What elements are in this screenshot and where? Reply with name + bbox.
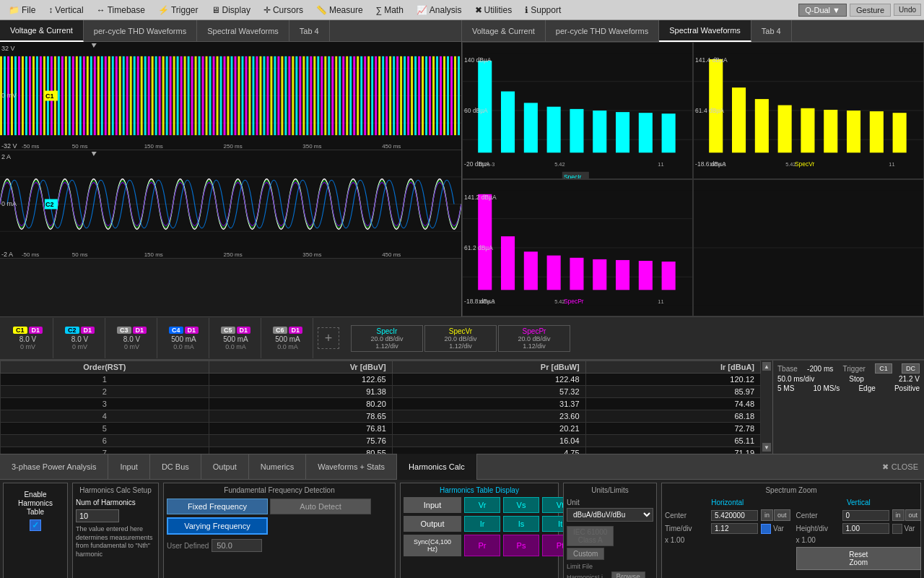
zoom-h-in-button[interactable]: in <box>761 509 773 521</box>
svg-rect-75 <box>256 56 258 135</box>
center-v-input[interactable] <box>842 510 889 521</box>
svg-rect-36 <box>116 56 118 135</box>
is-display-button[interactable]: Is <box>503 516 539 532</box>
user-defined-freq-input[interactable] <box>212 539 262 552</box>
svg-rect-71 <box>241 56 243 135</box>
timediv-var-checkbox[interactable] <box>761 524 771 534</box>
tab-dcbus[interactable]: DC Bus <box>150 454 201 480</box>
zoom-v-out-button[interactable]: out <box>905 509 922 521</box>
scroll-up-button[interactable]: ▲ <box>762 362 771 371</box>
channel-c4[interactable]: C4 D1 500 mA 0.0 mA <box>159 318 209 358</box>
zoom-v-in-button[interactable]: in <box>892 509 905 521</box>
channel-c3[interactable]: C3 D1 8.0 V 0 mV <box>107 318 157 358</box>
auto-detect-button[interactable]: Auto Detect <box>270 499 371 514</box>
timediv-input[interactable] <box>711 523 758 534</box>
ir-display-button[interactable]: Ir <box>464 516 500 532</box>
svg-rect-72 <box>245 56 247 135</box>
qdual-button[interactable]: Q-Dual ▼ <box>798 4 847 17</box>
spec-block-ir[interactable]: SpecIr 20.0 dB/div 1.12/div <box>351 325 423 352</box>
fixed-frequency-button[interactable]: Fixed Frequency <box>167 499 268 514</box>
tab-voltage-current-right[interactable]: Voltage & Current <box>462 20 546 42</box>
menu-analysis[interactable]: 📈 Analysis <box>411 1 468 19</box>
svg-rect-118 <box>411 56 413 135</box>
vs-display-button[interactable]: Vs <box>503 497 539 513</box>
svg-rect-34 <box>108 56 110 135</box>
svg-rect-78 <box>266 56 269 135</box>
svg-rect-41 <box>134 56 136 135</box>
num-harmonics-input[interactable] <box>76 509 119 522</box>
tab-input[interactable]: Input <box>108 454 149 480</box>
undo-button[interactable]: Undo <box>894 4 921 16</box>
svg-rect-24 <box>72 56 74 135</box>
channel-c2[interactable]: C2 D1 8.0 V 0 mV <box>55 318 105 358</box>
harmonics-table-area: Order(RST) Vr [dBuV] Pr [dBuW] Ir [dBuA]… <box>0 360 924 454</box>
tab-percycle-right[interactable]: per-cycle THD Waveforms <box>546 20 659 42</box>
table-row: 291.3857.3285.97 <box>1 386 761 398</box>
browse-button[interactable]: Browse <box>611 571 645 578</box>
add-channel-button[interactable]: + <box>318 327 339 349</box>
menu-trigger[interactable]: ⚡ Trigger <box>152 1 204 19</box>
scroll-down-button[interactable]: ▼ <box>762 443 771 452</box>
tab-spectral-right[interactable]: Spectral Waveforms <box>659 20 751 42</box>
tab-numerics[interactable]: Numerics <box>249 454 306 480</box>
enable-harmonics-checkbox[interactable]: ✓ <box>30 519 41 531</box>
channel-c1[interactable]: C1 D1 8.0 V 0 mV <box>3 318 53 358</box>
svg-rect-25 <box>76 56 78 135</box>
menu-display[interactable]: 🖥 Display <box>206 1 256 19</box>
menu-support[interactable]: ℹ Support <box>519 1 567 19</box>
tab-tab4-right[interactable]: Tab 4 <box>751 20 792 42</box>
table-row: 780.554.7571.19 <box>1 447 761 454</box>
svg-text:141.2 dBµA: 141.2 dBµA <box>464 194 497 201</box>
heightdiv-input[interactable] <box>842 523 889 534</box>
svg-text:32 V: 32 V <box>1 45 14 52</box>
menu-measure[interactable]: 📏 Measure <box>310 1 369 19</box>
waveform-top-panel: 32 V 0 mV -32 V C1 -50 ms 50 ms 150 ms 2… <box>0 42 461 150</box>
unit-dropdown[interactable]: dBuA/dBuV/dBu <box>567 508 653 522</box>
menu-cursors[interactable]: ✛ Cursors <box>258 1 309 19</box>
custom-button[interactable]: Custom <box>567 548 604 560</box>
sync-display-button[interactable]: Sync(C4,100 Hz) <box>404 535 461 556</box>
ch1-trigger-btn[interactable]: C1 <box>875 363 892 374</box>
menu-math[interactable]: ∑ Math <box>370 1 409 19</box>
spec-block-vr[interactable]: SpecVr 20.0 dB/div 1.12/div <box>424 325 497 352</box>
tab-3phase[interactable]: 3-phase Power Analysis <box>0 454 108 480</box>
vr-display-button[interactable]: Vr <box>464 497 500 513</box>
dc-trigger-btn[interactable]: DC <box>902 363 920 374</box>
svg-rect-40 <box>130 56 132 135</box>
svg-rect-207 <box>524 251 538 290</box>
svg-rect-101 <box>349 56 352 135</box>
spec-block-pr[interactable]: SpecPr 20.0 dB/div 1.12/div <box>498 325 570 352</box>
svg-rect-186 <box>732 87 746 152</box>
zoom-h-out-button[interactable]: out <box>774 509 790 521</box>
svg-rect-172 <box>662 113 676 152</box>
menu-file[interactable]: 📁 File <box>3 1 41 19</box>
menu-vertical[interactable]: ↕ Vertical <box>43 1 89 19</box>
close-panel-button[interactable]: ✖ CLOSE <box>876 460 924 475</box>
svg-rect-81 <box>277 56 279 135</box>
ps-display-button[interactable]: Ps <box>503 535 539 556</box>
gesture-button[interactable]: Gesture <box>850 4 891 17</box>
channel-c5[interactable]: C5 D1 500 mA 0.0 mA <box>211 318 261 358</box>
center-h-input[interactable] <box>711 510 758 521</box>
svg-rect-193 <box>893 113 907 152</box>
output-display-button[interactable]: Output <box>404 516 461 532</box>
menu-timebase[interactable]: ↔ Timebase <box>91 1 151 19</box>
tab-tab4-left[interactable]: Tab 4 <box>289 20 330 42</box>
svg-rect-11 <box>25 56 27 135</box>
heightdiv-var-checkbox[interactable] <box>892 524 902 534</box>
input-display-button[interactable]: Input <box>404 497 461 513</box>
spectrum-ir-panel: 140 dBµA 60 dBµA -20 dBµA 167e-3 5.42 11… <box>462 42 693 179</box>
tab-percycle-left[interactable]: per-cycle THD Waveforms <box>84 20 197 42</box>
tab-harmonics-calc[interactable]: Harmonics Calc <box>397 454 477 480</box>
tab-voltage-current-left[interactable]: Voltage & Current <box>0 20 84 42</box>
menu-utilities[interactable]: ✖ Utilities <box>469 1 518 19</box>
tab-output[interactable]: Output <box>201 454 249 480</box>
channel-c6[interactable]: C6 D1 500 mA 0.0 mA <box>263 318 313 358</box>
varying-frequency-button[interactable]: Varying Frequency <box>167 517 268 535</box>
tab-spectral-left[interactable]: Spectral Waveforms <box>197 20 289 42</box>
pr-display-button[interactable]: Pr <box>464 535 500 556</box>
tab-waveforms-stats[interactable]: Waveforms + Stats <box>306 454 397 480</box>
spectrum-vr-panel: 141.4 dBµA 61.4 dBµA -18.6 dBµA 167e-3 5… <box>693 42 924 179</box>
reset-zoom-button[interactable]: ResetZoom <box>796 547 922 570</box>
iec-standard-button[interactable]: IEC 61000Class A <box>567 526 614 546</box>
